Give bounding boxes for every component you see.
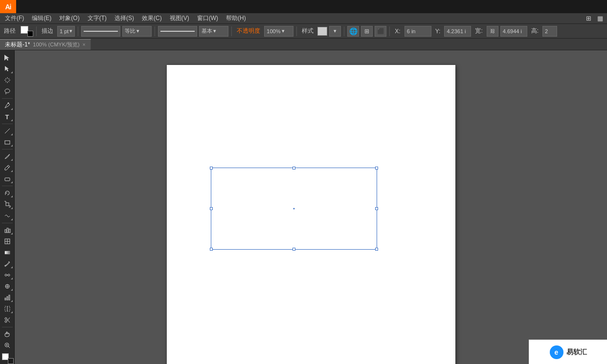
tool-zoom[interactable] xyxy=(1,340,14,351)
width-input[interactable]: 4.6944 i xyxy=(500,26,527,37)
align-icon-btn[interactable]: ⊞ xyxy=(361,26,373,37)
handle-mr[interactable] xyxy=(375,207,378,210)
tool-rect[interactable] xyxy=(1,137,14,148)
tool-line[interactable] xyxy=(1,126,14,136)
svg-rect-14 xyxy=(5,141,10,144)
tool-magic-wand[interactable] xyxy=(1,75,14,86)
menu-window[interactable]: 窗口(W) xyxy=(193,13,222,23)
y-input[interactable]: 4.2361 i xyxy=(444,26,471,37)
link-icon-group: ⛓ xyxy=(487,26,498,37)
tool-pencil[interactable] xyxy=(1,162,14,173)
x-input[interactable]: 6 in xyxy=(405,26,431,37)
tool-scissors[interactable] xyxy=(1,315,14,325)
tab-title: 未标题-1* xyxy=(5,41,30,49)
tool-pen[interactable] xyxy=(1,100,14,111)
workspace-icon-btn[interactable]: ▦ xyxy=(595,13,606,24)
tool-arrow[interactable] xyxy=(1,52,14,63)
globe-icon-btn[interactable]: 🌐 xyxy=(347,26,359,37)
height-input[interactable]: 2 xyxy=(542,26,557,37)
tool-separator-1 xyxy=(2,98,13,99)
tool-scale[interactable] xyxy=(1,199,14,210)
svg-rect-16 xyxy=(5,178,10,181)
x-label: X: xyxy=(393,28,402,35)
tool-separator-2 xyxy=(2,124,13,124)
separator-7 xyxy=(389,26,390,36)
menu-select[interactable]: 选择(S) xyxy=(111,13,138,23)
handle-bc[interactable] xyxy=(292,248,295,251)
svg-point-36 xyxy=(5,318,7,320)
style-options-btn[interactable]: ▾ xyxy=(329,26,341,37)
svg-rect-33 xyxy=(9,295,10,300)
tool-eyedropper[interactable] xyxy=(1,258,14,269)
sub-tool-indicator xyxy=(11,266,13,268)
tool-blend[interactable] xyxy=(1,270,14,280)
style-label: 样式 xyxy=(300,27,315,35)
style-color-preview[interactable] xyxy=(317,27,327,36)
menu-help[interactable]: 帮助(H) xyxy=(222,13,250,23)
menu-text[interactable]: 文字(T) xyxy=(84,13,111,23)
app-logo: Ai xyxy=(0,0,16,13)
svg-line-9 xyxy=(5,81,6,82)
tool-direct-select[interactable] xyxy=(1,64,14,74)
tool-rotate[interactable] xyxy=(1,188,14,198)
tool-column-graph[interactable] xyxy=(1,292,14,303)
search-icon-btn[interactable]: ⊞ xyxy=(583,13,594,24)
separator-1 xyxy=(36,26,37,36)
canvas-area[interactable] xyxy=(15,50,607,364)
menu-bar: 文件(F) 编辑(E) 对象(O) 文字(T) 选择(S) 效果(C) 视图(V… xyxy=(0,13,607,24)
handle-bl[interactable] xyxy=(210,248,213,251)
menu-object[interactable]: 对象(O) xyxy=(55,13,83,23)
stroke-color-swatch[interactable] xyxy=(8,358,14,364)
stroke-width-dropdown[interactable]: 1 pt ▾ xyxy=(57,26,75,37)
svg-point-26 xyxy=(8,274,10,276)
tool-symbol[interactable] xyxy=(1,281,14,292)
fill-stroke-swatches xyxy=(20,25,33,38)
tool-warp[interactable] xyxy=(1,211,14,221)
sub-tool-indicator xyxy=(11,133,13,135)
tab-close-btn[interactable]: × xyxy=(83,42,86,47)
stroke-swatch[interactable] xyxy=(27,31,33,37)
sub-tool-indicator xyxy=(11,119,13,121)
tool-separator-4 xyxy=(2,186,13,186)
height-label: 高: xyxy=(529,27,540,35)
proportion-dropdown[interactable]: 等比 ▾ xyxy=(122,26,152,37)
tool-gradient[interactable] xyxy=(1,247,14,258)
opacity-dropdown[interactable]: 100% ▾ xyxy=(264,26,293,37)
tool-hand[interactable] xyxy=(1,329,14,340)
transform-icon-btn[interactable]: ⬛ xyxy=(375,26,386,37)
watermark-logo: e xyxy=(550,345,563,359)
tool-graph[interactable] xyxy=(1,224,14,235)
tool-type[interactable]: T xyxy=(1,111,14,122)
handle-ml[interactable] xyxy=(210,207,213,210)
title-bar: Ai xyxy=(0,0,607,13)
handle-tr[interactable] xyxy=(375,167,378,170)
tab-untitled[interactable]: 未标题-1* 100% (CMYK/预览) × xyxy=(0,39,91,50)
menu-edit[interactable]: 编辑(E) xyxy=(28,13,55,23)
handle-tl[interactable] xyxy=(210,167,213,170)
menu-file[interactable]: 文件(F) xyxy=(1,13,28,23)
style-dropdown[interactable]: 基本 ▾ xyxy=(199,26,228,37)
artboard xyxy=(167,65,455,364)
style-line-preview[interactable] xyxy=(158,26,197,37)
sub-tool-indicator xyxy=(11,233,13,235)
tool-lasso[interactable] xyxy=(1,86,14,97)
svg-rect-20 xyxy=(9,229,10,233)
sub-tool-indicator xyxy=(11,71,13,73)
handle-tc[interactable] xyxy=(292,167,295,170)
line-dash-preview[interactable] xyxy=(81,26,120,37)
width-label: 宽: xyxy=(473,27,484,35)
handle-br[interactable] xyxy=(375,248,378,251)
menu-view[interactable]: 视图(V) xyxy=(166,13,193,23)
svg-rect-18 xyxy=(5,230,6,233)
sub-tool-indicator xyxy=(11,159,13,161)
link-proportions-icon[interactable]: ⛓ xyxy=(487,26,498,37)
separator-6 xyxy=(344,26,344,36)
menu-effect[interactable]: 效果(C) xyxy=(138,13,166,23)
sub-tool-indicator xyxy=(11,278,13,279)
tool-mesh[interactable] xyxy=(1,236,14,247)
tool-slice[interactable] xyxy=(1,303,14,314)
tool-paintbrush[interactable] xyxy=(1,151,14,162)
sub-tool-indicator xyxy=(11,289,13,291)
svg-line-7 xyxy=(8,81,9,82)
tool-eraser[interactable] xyxy=(1,173,14,184)
